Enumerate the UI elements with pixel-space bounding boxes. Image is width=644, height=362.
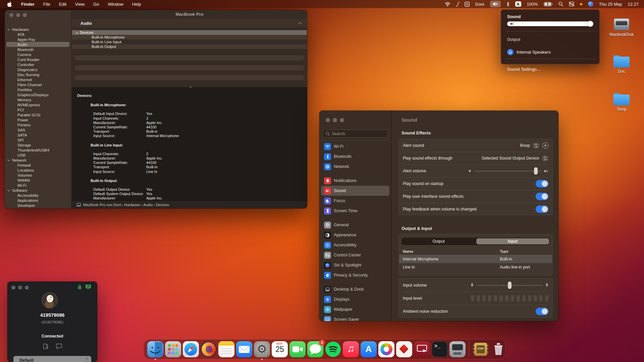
apple-menu-icon[interactable] xyxy=(7,1,12,7)
sysinfo-sidebar-item[interactable]: Power xyxy=(5,117,71,122)
zoom-button[interactable] xyxy=(25,286,29,290)
dock-item-finder[interactable] xyxy=(147,341,164,358)
traffic-lights[interactable] xyxy=(326,118,344,122)
dock-item-messages[interactable]: 2 xyxy=(307,341,324,358)
sysinfo-sidebar-item[interactable]: NVMExpress xyxy=(5,102,71,107)
minimize-button[interactable] xyxy=(333,118,337,122)
sidebar-item-focus[interactable]: Focus xyxy=(321,196,389,206)
ui-sound-effects-toggle[interactable] xyxy=(536,193,548,200)
startup-sound-toggle[interactable] xyxy=(536,180,548,187)
desktop-icon-temp[interactable]: Temp xyxy=(605,93,638,112)
sysinfo-sidebar-item[interactable]: Bluetooth xyxy=(5,47,71,52)
menu-view[interactable]: View xyxy=(75,2,85,7)
sysinfo-sidebar-item[interactable]: Parallel SCSI xyxy=(5,112,71,117)
sysinfo-sidebar-item[interactable]: Developer xyxy=(5,203,71,208)
sysinfo-sidebar-item[interactable]: Network xyxy=(5,158,71,163)
sysinfo-sidebar-item[interactable]: Firewall xyxy=(5,163,71,168)
sidebar-item-appearance[interactable]: Appearance xyxy=(321,230,389,240)
device-row[interactable]: Built-in Output xyxy=(72,44,307,49)
menubar-time[interactable]: 12.27 xyxy=(628,2,639,7)
sidebar-item-wallpaper[interactable]: Screen Saver Wallpaper xyxy=(321,304,389,314)
sysinfo-sidebar-item[interactable]: Controller xyxy=(5,62,71,67)
traffic-lights[interactable] xyxy=(9,13,27,17)
sysinfo-sidebar-item[interactable]: Volumes xyxy=(5,173,71,178)
dock-item-facetime[interactable] xyxy=(289,341,306,358)
sysinfo-sidebar-item[interactable]: USB xyxy=(5,153,71,158)
alert-volume-slider[interactable] xyxy=(475,168,541,174)
output-device-item[interactable]: Internal Speakers xyxy=(505,47,595,57)
minimize-button[interactable] xyxy=(16,13,20,17)
sysinfo-sidebar-item[interactable]: Printers xyxy=(5,122,71,127)
wifi-icon[interactable] xyxy=(445,2,450,6)
traffic-lights[interactable] xyxy=(11,286,29,290)
dock-item-gray-device-app[interactable] xyxy=(449,341,466,358)
dock-item-calendar[interactable]: MAY25 xyxy=(271,341,288,358)
username-status[interactable]: Doni xyxy=(475,2,484,7)
sysinfo-sidebar-item[interactable]: Camera xyxy=(5,52,71,57)
sidebar-item-accessibility[interactable]: Accessibility xyxy=(321,240,389,250)
close-button[interactable] xyxy=(11,286,15,290)
devices-tree-header[interactable]: Devices xyxy=(72,30,307,35)
input-source-indicator[interactable]: A xyxy=(515,1,521,7)
active-app-menu[interactable]: Finder xyxy=(21,2,35,7)
collapse-chevron-icon[interactable] xyxy=(298,22,302,25)
flux-icon[interactable]: ∫ xyxy=(456,1,459,7)
sysinfo-sidebar-item[interactable]: Apple Pay xyxy=(5,37,71,42)
sysinfo-sidebar-item[interactable]: ATA xyxy=(5,32,71,37)
zoom-button[interactable] xyxy=(340,118,344,122)
sysinfo-sidebar-item[interactable]: Applications xyxy=(5,198,71,203)
volume-feedback-toggle[interactable] xyxy=(536,205,548,213)
sidebar-item-screen-saver[interactable]: Screen Saver xyxy=(321,314,389,321)
session-profile-dropdown[interactable]: Default xyxy=(13,356,91,362)
sidebar-item-privacy-security[interactable]: Privacy & Security xyxy=(321,270,389,280)
device-row[interactable]: Built-in Microphone xyxy=(72,35,307,40)
dock-item-launchpad[interactable] xyxy=(165,341,181,358)
sysinfo-sidebar-item[interactable]: SPI xyxy=(5,137,71,142)
dock-item-firefox[interactable] xyxy=(200,341,217,358)
dock-item-safari[interactable] xyxy=(182,341,199,358)
dock-item-system-settings[interactable]: ⚙ xyxy=(254,341,270,358)
sysinfo-sidebar-item[interactable]: PCI xyxy=(5,107,71,112)
sidebar-item-sound[interactable]: Sound xyxy=(321,186,389,196)
search-input[interactable]: Search xyxy=(323,130,388,138)
minimize-button[interactable] xyxy=(18,286,22,290)
dock-item-remote-cursor-app[interactable] xyxy=(414,341,430,358)
spotlight-icon[interactable] xyxy=(558,2,563,6)
dock-item-trash[interactable] xyxy=(490,341,507,358)
sidebar-item-wifi[interactable]: Wi-Fi xyxy=(321,141,389,152)
file-transfer-icon[interactable] xyxy=(42,343,50,350)
close-button[interactable] xyxy=(326,118,330,122)
sysinfo-sidebar-item[interactable]: Storage xyxy=(5,142,71,147)
chat-icon[interactable] xyxy=(56,343,62,350)
sysinfo-sidebar-item[interactable]: Diagnostics xyxy=(5,67,71,72)
sidebar-item-general[interactable]: ⚙ General xyxy=(321,220,389,230)
close-button[interactable] xyxy=(9,13,13,17)
siri-icon[interactable] xyxy=(588,1,593,7)
sidebar-item-network[interactable]: Network xyxy=(321,162,389,172)
menu-file[interactable]: File xyxy=(43,2,50,7)
sidebar-item-screen-time[interactable]: Screen Time xyxy=(321,206,389,216)
sidebar-item-displays[interactable]: Displays xyxy=(321,294,389,304)
zoom-button[interactable] xyxy=(23,13,27,17)
dock-item-app-store[interactable]: A xyxy=(360,341,377,358)
sysinfo-sidebar-item[interactable]: Locations xyxy=(5,168,71,173)
sidebar-item-siri-spotlight[interactable]: Siri & Spotlight xyxy=(321,260,389,270)
sysinfo-sidebar-item[interactable]: Hardware xyxy=(5,27,71,32)
dock-item-music[interactable]: ♫ xyxy=(342,341,359,358)
input-volume-slider[interactable] xyxy=(477,282,542,288)
sysinfo-sidebar-item[interactable]: WWAN xyxy=(5,178,71,183)
menu-go[interactable]: Go xyxy=(93,2,99,7)
dock-item-esp-chip[interactable]: ESP xyxy=(472,341,489,358)
desktop-icon-doc[interactable]: Doc xyxy=(605,55,638,74)
sidebar-item-bluetooth[interactable]: Bluetooth xyxy=(321,152,389,162)
volume-slider[interactable] xyxy=(507,21,593,27)
bluetooth-icon[interactable] xyxy=(506,2,509,7)
sidebar-item-control-center[interactable]: Control Center xyxy=(321,250,389,260)
dock-item-terminal[interactable]: >_ xyxy=(431,341,448,358)
sysinfo-sidebar-item[interactable]: Wi-Fi xyxy=(5,183,71,188)
sysinfo-sidebar-item[interactable]: Disabled Software xyxy=(5,208,71,208)
sysinfo-sidebar-item[interactable]: SATA xyxy=(5,132,71,137)
menu-window[interactable]: Window xyxy=(108,2,123,7)
sidebar-item-notifications[interactable]: Notifications xyxy=(321,176,389,186)
menu-help[interactable]: Help xyxy=(132,2,141,7)
